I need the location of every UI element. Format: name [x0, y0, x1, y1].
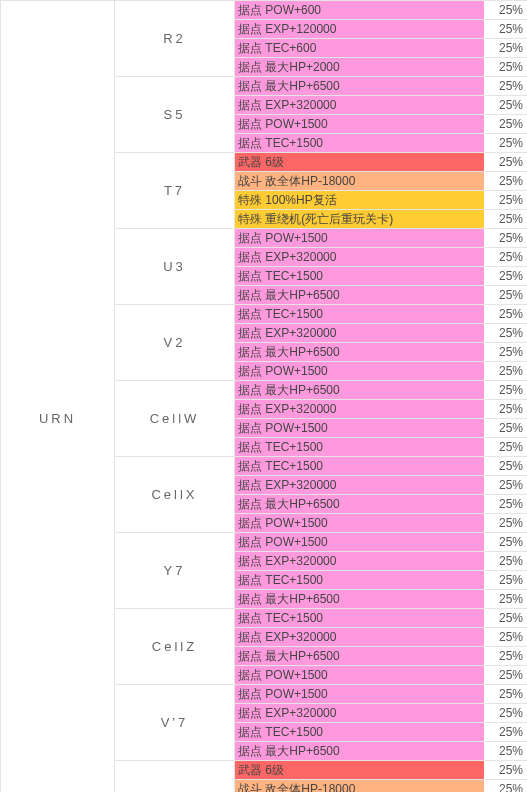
code-cell: V2	[115, 305, 235, 381]
code-cell: CellZ	[115, 609, 235, 685]
desc-cell: 据点 TEC+1500	[235, 723, 485, 742]
pct-cell: 25%	[485, 134, 527, 153]
code-cell: Z'5	[115, 761, 235, 792]
desc-cell: 据点 POW+1500	[235, 229, 485, 248]
pct-cell: 25%	[485, 628, 527, 647]
desc-cell: 据点 最大HP+2000	[235, 58, 485, 77]
desc-cell: 据点 TEC+600	[235, 39, 485, 58]
code-cell: V'7	[115, 685, 235, 761]
desc-cell: 战斗 敌全体HP-18000	[235, 172, 485, 191]
desc-cell: 据点 POW+1500	[235, 419, 485, 438]
desc-cell: 据点 POW+1500	[235, 533, 485, 552]
desc-cell: 据点 EXP+320000	[235, 324, 485, 343]
pct-cell: 25%	[485, 666, 527, 685]
pct-cell: 25%	[485, 58, 527, 77]
desc-cell: 据点 POW+1500	[235, 685, 485, 704]
pct-cell: 25%	[485, 457, 527, 476]
desc-cell: 武器 6级	[235, 153, 485, 172]
pct-cell: 25%	[485, 153, 527, 172]
pct-cell: 25%	[485, 362, 527, 381]
desc-cell: 据点 最大HP+6500	[235, 286, 485, 305]
desc-cell: 据点 最大HP+6500	[235, 742, 485, 761]
pct-cell: 25%	[485, 438, 527, 457]
desc-cell: 据点 最大HP+6500	[235, 647, 485, 666]
pct-cell: 25%	[485, 96, 527, 115]
pct-cell: 25%	[485, 685, 527, 704]
desc-cell: 据点 TEC+1500	[235, 305, 485, 324]
desc-cell: 据点 TEC+1500	[235, 609, 485, 628]
pct-cell: 25%	[485, 609, 527, 628]
desc-cell: 据点 TEC+1500	[235, 134, 485, 153]
pct-cell: 25%	[485, 39, 527, 58]
drop-table: URNR2据点 POW+60025%据点 EXP+12000025%据点 TEC…	[0, 0, 527, 792]
pct-cell: 25%	[485, 495, 527, 514]
code-cell: U3	[115, 229, 235, 305]
desc-cell: 据点 最大HP+6500	[235, 77, 485, 96]
code-cell: CellX	[115, 457, 235, 533]
pct-cell: 25%	[485, 780, 527, 792]
pct-cell: 25%	[485, 590, 527, 609]
desc-cell: 据点 最大HP+6500	[235, 590, 485, 609]
pct-cell: 25%	[485, 723, 527, 742]
pct-cell: 25%	[485, 704, 527, 723]
desc-cell: 特殊 重绕机(死亡后重玩关卡)	[235, 210, 485, 229]
pct-cell: 25%	[485, 742, 527, 761]
pct-cell: 25%	[485, 419, 527, 438]
code-cell: T7	[115, 153, 235, 229]
desc-cell: 据点 EXP+320000	[235, 96, 485, 115]
pct-cell: 25%	[485, 533, 527, 552]
pct-cell: 25%	[485, 210, 527, 229]
desc-cell: 据点 POW+600	[235, 1, 485, 20]
desc-cell: 据点 POW+1500	[235, 115, 485, 134]
desc-cell: 据点 最大HP+6500	[235, 495, 485, 514]
pct-cell: 25%	[485, 343, 527, 362]
desc-cell: 战斗 敌全体HP-18000	[235, 780, 485, 792]
pct-cell: 25%	[485, 267, 527, 286]
pct-cell: 25%	[485, 20, 527, 39]
desc-cell: 据点 POW+1500	[235, 362, 485, 381]
pct-cell: 25%	[485, 552, 527, 571]
pct-cell: 25%	[485, 761, 527, 780]
desc-cell: 武器 6级	[235, 761, 485, 780]
pct-cell: 25%	[485, 381, 527, 400]
desc-cell: 据点 EXP+320000	[235, 248, 485, 267]
desc-cell: 据点 最大HP+6500	[235, 381, 485, 400]
desc-cell: 特殊 100%HP复活	[235, 191, 485, 210]
code-cell: CellW	[115, 381, 235, 457]
pct-cell: 25%	[485, 514, 527, 533]
desc-cell: 据点 EXP+120000	[235, 20, 485, 39]
pct-cell: 25%	[485, 229, 527, 248]
pct-cell: 25%	[485, 476, 527, 495]
pct-cell: 25%	[485, 571, 527, 590]
pct-cell: 25%	[485, 305, 527, 324]
pct-cell: 25%	[485, 191, 527, 210]
pct-cell: 25%	[485, 248, 527, 267]
desc-cell: 据点 EXP+320000	[235, 628, 485, 647]
desc-cell: 据点 TEC+1500	[235, 438, 485, 457]
desc-cell: 据点 EXP+320000	[235, 552, 485, 571]
desc-cell: 据点 POW+1500	[235, 666, 485, 685]
pct-cell: 25%	[485, 77, 527, 96]
pct-cell: 25%	[485, 324, 527, 343]
code-cell: S5	[115, 77, 235, 153]
desc-cell: 据点 TEC+1500	[235, 457, 485, 476]
code-cell: R2	[115, 1, 235, 77]
pct-cell: 25%	[485, 400, 527, 419]
pct-cell: 25%	[485, 115, 527, 134]
pct-cell: 25%	[485, 1, 527, 20]
desc-cell: 据点 EXP+320000	[235, 704, 485, 723]
pct-cell: 25%	[485, 647, 527, 666]
desc-cell: 据点 最大HP+6500	[235, 343, 485, 362]
desc-cell: 据点 TEC+1500	[235, 267, 485, 286]
desc-cell: 据点 EXP+320000	[235, 476, 485, 495]
desc-cell: 据点 TEC+1500	[235, 571, 485, 590]
desc-cell: 据点 EXP+320000	[235, 400, 485, 419]
pct-cell: 25%	[485, 172, 527, 191]
category-cell: URN	[0, 1, 115, 792]
desc-cell: 据点 POW+1500	[235, 514, 485, 533]
pct-cell: 25%	[485, 286, 527, 305]
code-cell: Y7	[115, 533, 235, 609]
